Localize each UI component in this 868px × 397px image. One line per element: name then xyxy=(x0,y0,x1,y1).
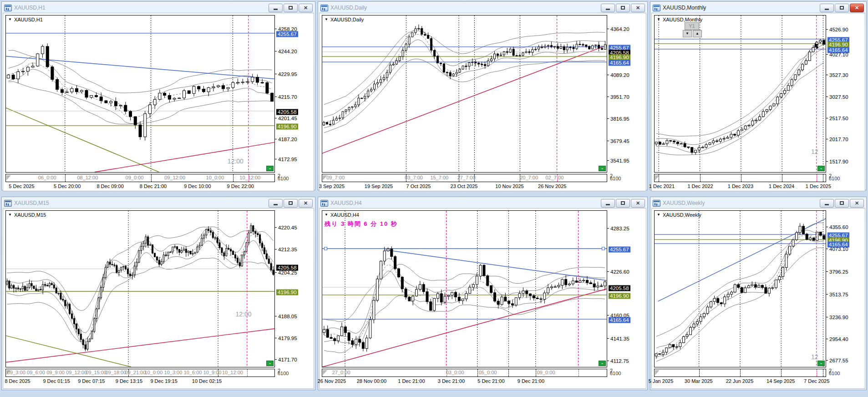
chart-canvas[interactable]: 12▼XAUUSD,Weekly- xyxy=(654,210,826,367)
time-label: 22 Jun 2025 xyxy=(726,378,754,384)
time-label: 7 Dec 2025 xyxy=(804,378,829,384)
price-tick xyxy=(275,359,277,360)
maximize-button[interactable] xyxy=(835,4,849,12)
chevron-down-icon: ▼ xyxy=(325,18,328,21)
period-separator-label: 09_18:00 xyxy=(105,370,126,375)
window-title: XAUUSD,Daily xyxy=(330,5,599,11)
close-button[interactable]: ✕ xyxy=(631,199,645,208)
close-button[interactable]: ✕ xyxy=(299,199,313,208)
chart-canvas[interactable]: ▼XAUUSD,Daily- xyxy=(322,15,607,173)
price-scale[interactable]: 4258.204255.674244.204229.954215.704205.… xyxy=(275,15,313,173)
time-axis[interactable]: 5 Jan 202530 Mar 202522 Jun 202514 Sep 2… xyxy=(654,378,863,385)
candle-countdown-timer: 残り 3 時間 6 分 10 秒 xyxy=(325,220,398,228)
chevron-down-icon: ▼ xyxy=(8,213,12,217)
period-separator-label: 09_12:00 xyxy=(164,175,185,180)
price-scale[interactable]: 4283.254255.674226.604205.584196.904160.… xyxy=(607,210,645,367)
time-axis[interactable]: 5 Dec 20255 Dec 20:008 Dec 09:008 Dec 21… xyxy=(5,183,312,190)
price-label-olive: 4196.90 xyxy=(827,41,849,47)
time-axis[interactable]: 3 Sep 202519 Sep 20257 Oct 202523 Oct 20… xyxy=(322,183,645,190)
minimize-button[interactable] xyxy=(820,4,834,12)
price-label-plain: 4027.10 xyxy=(829,52,848,58)
one-click-trading-button[interactable]: - xyxy=(266,166,274,171)
time-label: 1 Dec 21:00 xyxy=(398,378,425,384)
subwindow-scale[interactable]: 26100 xyxy=(826,174,863,182)
price-scale[interactable]: 4355.604255.674196.904165.644073.103796.… xyxy=(826,210,864,367)
maximize-button[interactable] xyxy=(284,4,298,12)
time-axis[interactable]: 1 Dec 20211 Dec 20221 Dec 20231 Dec 2024… xyxy=(654,183,863,190)
title-bar[interactable]: XAUUSD,H4✕ xyxy=(319,198,646,208)
window-title: XAUUSD,Monthly xyxy=(663,5,817,11)
close-button[interactable]: ✕ xyxy=(850,4,864,12)
price-label-plain: 3527.30 xyxy=(829,72,848,78)
maximize-button[interactable] xyxy=(835,199,849,208)
title-bar[interactable]: XAUUSD,H1✕ xyxy=(3,3,314,13)
price-tick xyxy=(826,317,828,317)
maximize-button[interactable] xyxy=(284,199,298,208)
subwindow-resize-handle[interactable] xyxy=(6,175,11,180)
close-button[interactable]: ✕ xyxy=(299,4,313,12)
price-label-black: 4205.58 xyxy=(276,109,298,115)
subwindow-scale[interactable]: 26100 xyxy=(607,369,645,377)
chart-canvas[interactable]: 12:00▼XAUUSD,H1- xyxy=(5,15,275,173)
minimize-button[interactable] xyxy=(269,4,283,12)
title-bar[interactable]: XAUUSD,Monthly✕ xyxy=(651,3,865,13)
title-bar[interactable]: XAUUSD,Weekly✕ xyxy=(651,198,865,208)
time-axis[interactable]: 26 Nov 202528 Nov 00:001 Dec 21:003 Dec … xyxy=(322,378,645,385)
minimize-button[interactable] xyxy=(269,199,283,208)
subwindow-scale[interactable]: 26100 xyxy=(275,174,312,182)
candlestick-chart-svg: 12:00 xyxy=(6,211,274,367)
scale-updown-buttons: ▼▲ xyxy=(683,30,702,37)
minimize-button[interactable] xyxy=(820,199,834,208)
period-separator-label: 10_6:00 xyxy=(184,370,202,375)
chart-canvas[interactable]: 12▼XAUUSD,MonthlyY1▼▲- xyxy=(654,15,826,173)
price-tick xyxy=(826,227,828,227)
one-click-trading-button[interactable]: - xyxy=(817,166,825,171)
title-bar[interactable]: XAUUSD,M15✕ xyxy=(3,198,314,208)
subwindow-scale[interactable]: 26100 xyxy=(275,369,312,377)
price-tick xyxy=(275,51,277,51)
subwindow-scale[interactable]: 26100 xyxy=(826,369,863,377)
chart-canvas[interactable]: 12:00▼XAUUSD,M15- xyxy=(5,210,275,367)
minimize-button[interactable] xyxy=(601,199,615,208)
price-scale[interactable]: 4364.204255.674205.584196.904165.644089.… xyxy=(607,15,645,173)
scale-up-button[interactable]: ▲ xyxy=(693,30,702,37)
subwindow-scale[interactable]: 26100 xyxy=(607,174,645,182)
close-button[interactable]: ✕ xyxy=(631,4,645,12)
scale-down-button[interactable]: ▼ xyxy=(683,30,692,37)
time-label: 9 Dec 13:15 xyxy=(116,378,142,384)
close-button[interactable]: ✕ xyxy=(850,199,864,208)
one-click-trading-button[interactable]: - xyxy=(266,361,274,366)
price-label-blue: 4165.64 xyxy=(609,60,630,66)
time-axis[interactable]: 8 Dec 20259 Dec 01:159 Dec 07:159 Dec 13… xyxy=(5,378,312,385)
time-label: 1 Dec 2021 xyxy=(649,183,675,189)
price-label-plain: 2517.50 xyxy=(829,115,848,121)
price-tick xyxy=(275,227,277,228)
chart-canvas[interactable]: ▼XAUUSD,H4残り 3 時間 6 分 10 秒- xyxy=(322,210,607,367)
subwindow-resize-handle[interactable] xyxy=(655,370,660,375)
time-label: 9 Dec 22:00 xyxy=(227,183,254,189)
chevron-down-icon: ▼ xyxy=(657,213,660,217)
one-click-trading-button[interactable]: - xyxy=(817,361,825,366)
subwindow-resize-handle[interactable] xyxy=(323,370,327,375)
y-axis-tool-button[interactable]: Y1 xyxy=(685,22,699,30)
window-controls: ✕ xyxy=(269,4,313,12)
one-click-trading-button[interactable]: - xyxy=(599,361,606,366)
maximize-button[interactable] xyxy=(616,4,630,12)
time-label: 3 Sep 2025 xyxy=(319,183,345,189)
price-tick xyxy=(826,29,828,30)
price-scale[interactable]: 4526.904255.674196.904165.644027.103527.… xyxy=(826,15,864,173)
time-label: 1 Dec 2024 xyxy=(769,183,794,189)
price-label-plain: 3796.25 xyxy=(829,269,848,275)
chart-row: 12:00▼XAUUSD,H1-4258.204255.674244.20422… xyxy=(5,15,312,173)
maximize-button[interactable] xyxy=(616,199,630,208)
time-label: 1 Dec 2023 xyxy=(728,183,753,189)
indicator-subwindow: 06_0:0008_12:0009_0:0009_12:0010_0:0010_… xyxy=(5,174,312,182)
chart-row: 12▼XAUUSD,Weekly-4355.604255.674196.9041… xyxy=(654,210,863,367)
title-bar[interactable]: XAUUSD,Daily✕ xyxy=(319,3,646,13)
time-label: 9 Dec 19:15 xyxy=(150,378,177,384)
one-click-trading-button[interactable]: - xyxy=(599,166,606,171)
subwindow-frame: 09_7:0003_7:0015_7:0027_7:0020_7:0002_7:… xyxy=(322,174,607,182)
minimize-button[interactable] xyxy=(601,4,615,12)
chart-window-monthly: XAUUSD,Monthly✕12▼XAUUSD,MonthlyY1▼▲-452… xyxy=(650,1,867,190)
price-scale[interactable]: 4220.454212.354205.584204.254196.904188.… xyxy=(275,210,313,367)
